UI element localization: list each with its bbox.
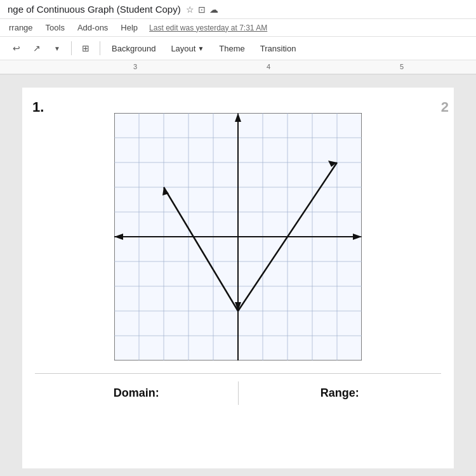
document-title: nge of Continuous Graph (Student Copy) <box>8 4 181 15</box>
background-button[interactable]: Background <box>105 41 162 56</box>
ruler-mark-5: 5 <box>400 63 404 70</box>
transition-button[interactable]: Transition <box>254 41 303 56</box>
cloud-icon[interactable]: ☁ <box>209 4 218 15</box>
ruler-mark-4: 4 <box>267 63 270 70</box>
toolbar-separator-1 <box>71 41 72 55</box>
bottom-section: Domain: Range: <box>35 373 441 405</box>
menu-help[interactable]: Help <box>119 20 139 35</box>
last-edit-label: Last edit was yesterday at 7:31 AM <box>149 23 267 32</box>
layout-arrow-icon: ▼ <box>197 45 204 52</box>
dropdown-arrow-icon[interactable]: ▼ <box>48 39 66 57</box>
external-icon[interactable]: ⊡ <box>198 4 206 15</box>
theme-button[interactable]: Theme <box>213 41 251 56</box>
graph-area <box>35 107 441 360</box>
layout-label: Layout <box>171 44 195 53</box>
slide: 1. 2 <box>22 88 454 468</box>
add-icon[interactable]: ⊞ <box>77 39 95 57</box>
star-icon[interactable]: ☆ <box>186 4 194 15</box>
menu-tools[interactable]: Tools <box>44 20 66 35</box>
toolbar-separator-2 <box>100 41 100 55</box>
graph-svg <box>114 113 362 360</box>
slide-number: 1. <box>32 99 44 116</box>
next-slide-hint: 2 <box>441 99 449 116</box>
menu-addons[interactable]: Add-ons <box>76 20 109 35</box>
ruler-mark-3: 3 <box>133 63 137 70</box>
main-content: 1. 2 <box>0 75 476 476</box>
range-label: Range: <box>239 381 442 405</box>
domain-label: Domain: <box>35 381 239 405</box>
ruler: 3 4 5 <box>0 60 476 74</box>
diagonal-arrow-icon[interactable]: ↗ <box>28 39 46 57</box>
undo-icon[interactable]: ↩ <box>8 39 25 57</box>
layout-button[interactable]: Layout ▼ <box>164 41 210 56</box>
menu-arrange[interactable]: rrange <box>8 20 34 35</box>
graph-wrapper <box>114 113 362 360</box>
